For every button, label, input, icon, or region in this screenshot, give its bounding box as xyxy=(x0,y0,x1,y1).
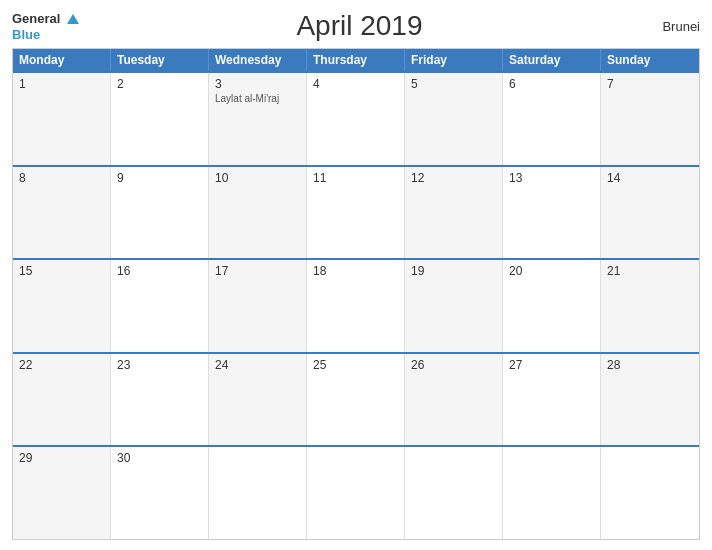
day-number: 20 xyxy=(509,264,594,278)
header-day-sunday: Sunday xyxy=(601,49,699,71)
day-cell-28: 28 xyxy=(601,354,699,446)
day-cell-20: 20 xyxy=(503,260,601,352)
day-cell-13: 13 xyxy=(503,167,601,259)
day-number: 17 xyxy=(215,264,300,278)
day-cell-16: 16 xyxy=(111,260,209,352)
header: General Blue April 2019 Brunei xyxy=(12,10,700,42)
calendar-header-row: MondayTuesdayWednesdayThursdayFridaySatu… xyxy=(13,49,699,71)
day-number: 13 xyxy=(509,171,594,185)
day-cell-18: 18 xyxy=(307,260,405,352)
header-day-saturday: Saturday xyxy=(503,49,601,71)
week-row-2: 891011121314 xyxy=(13,165,699,259)
day-cell-19: 19 xyxy=(405,260,503,352)
header-day-monday: Monday xyxy=(13,49,111,71)
logo-text: General Blue xyxy=(12,10,79,42)
day-cell-17: 17 xyxy=(209,260,307,352)
day-number: 5 xyxy=(411,77,496,91)
week-row-4: 22232425262728 xyxy=(13,352,699,446)
header-day-friday: Friday xyxy=(405,49,503,71)
day-cell-11: 11 xyxy=(307,167,405,259)
day-number: 11 xyxy=(313,171,398,185)
day-number: 10 xyxy=(215,171,300,185)
day-number: 16 xyxy=(117,264,202,278)
day-number: 25 xyxy=(313,358,398,372)
day-cell-empty xyxy=(405,447,503,539)
day-cell-5: 5 xyxy=(405,73,503,165)
day-number: 1 xyxy=(19,77,104,91)
calendar-grid: MondayTuesdayWednesdayThursdayFridaySatu… xyxy=(12,48,700,540)
day-number: 7 xyxy=(607,77,693,91)
week-row-3: 15161718192021 xyxy=(13,258,699,352)
day-number: 29 xyxy=(19,451,104,465)
day-number: 21 xyxy=(607,264,693,278)
day-cell-29: 29 xyxy=(13,447,111,539)
day-cell-4: 4 xyxy=(307,73,405,165)
day-number: 18 xyxy=(313,264,398,278)
day-number: 22 xyxy=(19,358,104,372)
calendar-title: April 2019 xyxy=(79,10,640,42)
logo-triangle-icon xyxy=(67,14,79,24)
calendar-page: General Blue April 2019 Brunei MondayTue… xyxy=(0,0,712,550)
header-day-wednesday: Wednesday xyxy=(209,49,307,71)
day-number: 3 xyxy=(215,77,300,91)
week-row-1: 123Laylat al-Mi'raj4567 xyxy=(13,71,699,165)
day-number: 27 xyxy=(509,358,594,372)
day-number: 2 xyxy=(117,77,202,91)
day-number: 30 xyxy=(117,451,202,465)
day-cell-3: 3Laylat al-Mi'raj xyxy=(209,73,307,165)
logo: General Blue xyxy=(12,10,79,42)
day-cell-7: 7 xyxy=(601,73,699,165)
day-number: 4 xyxy=(313,77,398,91)
day-number: 24 xyxy=(215,358,300,372)
day-cell-26: 26 xyxy=(405,354,503,446)
day-cell-23: 23 xyxy=(111,354,209,446)
day-cell-30: 30 xyxy=(111,447,209,539)
day-number: 14 xyxy=(607,171,693,185)
day-number: 19 xyxy=(411,264,496,278)
day-cell-27: 27 xyxy=(503,354,601,446)
day-cell-empty xyxy=(601,447,699,539)
day-cell-empty xyxy=(503,447,601,539)
day-number: 28 xyxy=(607,358,693,372)
day-cell-22: 22 xyxy=(13,354,111,446)
day-cell-1: 1 xyxy=(13,73,111,165)
day-number: 26 xyxy=(411,358,496,372)
day-event: Laylat al-Mi'raj xyxy=(215,93,300,104)
day-cell-14: 14 xyxy=(601,167,699,259)
day-number: 15 xyxy=(19,264,104,278)
day-cell-2: 2 xyxy=(111,73,209,165)
day-cell-empty xyxy=(307,447,405,539)
day-cell-12: 12 xyxy=(405,167,503,259)
day-cell-10: 10 xyxy=(209,167,307,259)
day-cell-24: 24 xyxy=(209,354,307,446)
day-cell-21: 21 xyxy=(601,260,699,352)
country-label: Brunei xyxy=(640,19,700,34)
day-cell-6: 6 xyxy=(503,73,601,165)
day-cell-15: 15 xyxy=(13,260,111,352)
header-day-thursday: Thursday xyxy=(307,49,405,71)
day-number: 23 xyxy=(117,358,202,372)
day-cell-9: 9 xyxy=(111,167,209,259)
day-number: 9 xyxy=(117,171,202,185)
day-cell-25: 25 xyxy=(307,354,405,446)
day-number: 6 xyxy=(509,77,594,91)
day-number: 8 xyxy=(19,171,104,185)
calendar-body: 123Laylat al-Mi'raj456789101112131415161… xyxy=(13,71,699,539)
day-cell-empty xyxy=(209,447,307,539)
day-cell-8: 8 xyxy=(13,167,111,259)
day-number: 12 xyxy=(411,171,496,185)
week-row-5: 2930 xyxy=(13,445,699,539)
header-day-tuesday: Tuesday xyxy=(111,49,209,71)
